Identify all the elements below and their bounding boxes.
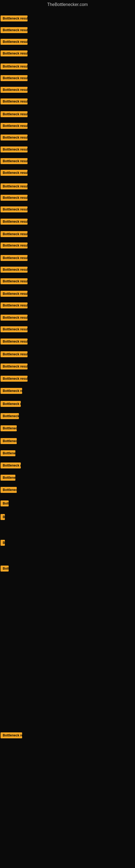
list-item: Bottleneck result xyxy=(1,733,22,739)
bottleneck-result-badge[interactable]: Bottleneck result xyxy=(1,463,21,468)
list-item: Bottleneck result xyxy=(1,195,28,202)
list-item: Bottleneck result xyxy=(1,123,28,130)
bottleneck-result-badge[interactable]: Bottleneck result xyxy=(1,278,28,284)
bottleneck-result-badge[interactable]: Bottleneck result xyxy=(1,565,9,571)
bottleneck-result-badge[interactable]: Bottleneck result xyxy=(1,326,28,332)
bottleneck-result-badge[interactable]: Bottleneck result xyxy=(1,267,28,273)
list-item: Bottleneck result xyxy=(1,75,28,82)
bottleneck-result-badge[interactable]: Bottleneck result xyxy=(1,315,28,321)
list-item: Bottleneck result xyxy=(1,98,28,105)
bottleneck-result-badge[interactable]: Bottleneck result xyxy=(1,733,22,738)
bottleneck-result-badge[interactable]: Bottleneck result xyxy=(1,207,28,212)
list-item: Bottleneck result xyxy=(1,158,28,165)
bottleneck-result-badge[interactable]: Bottleneck result xyxy=(1,147,28,152)
bottleneck-result-badge[interactable]: Bottleneck result xyxy=(1,39,28,45)
list-item: Bottleneck result xyxy=(1,500,9,507)
list-item: Bottleneck result xyxy=(1,413,19,420)
bottleneck-result-badge[interactable]: Bottleneck result xyxy=(1,195,28,201)
bottleneck-result-badge[interactable]: Bottleneck result xyxy=(1,255,28,261)
bottleneck-result-badge[interactable]: Bottleneck result xyxy=(1,339,28,344)
bottleneck-result-badge[interactable]: Bottleneck result xyxy=(1,51,28,56)
bottleneck-result-badge[interactable]: Bottleneck result xyxy=(1,413,19,419)
bottleneck-result-badge[interactable]: Bottleneck result xyxy=(1,111,28,117)
list-item: Bottleneck result xyxy=(1,351,28,358)
list-item: Bottleneck result xyxy=(1,315,28,322)
bottleneck-result-badge[interactable]: Bottleneck result xyxy=(1,87,28,93)
list-item: Bottleneck result xyxy=(1,425,17,432)
bottleneck-result-badge[interactable]: Bottleneck result xyxy=(1,291,28,297)
list-item: Bottleneck result xyxy=(1,134,28,142)
list-item: Bottleneck result xyxy=(1,170,28,177)
list-item: Bottleneck result xyxy=(1,514,5,521)
list-item: Bottleneck result xyxy=(1,147,28,154)
bottleneck-result-badge[interactable]: Bottleneck result xyxy=(1,514,5,520)
bottleneck-result-badge[interactable]: Bottleneck result xyxy=(1,500,9,506)
bottleneck-result-badge[interactable]: Bottleneck result xyxy=(1,123,28,129)
site-title: TheBottlenecker.com xyxy=(0,0,135,9)
list-item: Bottleneck result xyxy=(1,565,9,572)
list-item: Bottleneck result xyxy=(1,278,28,285)
bottleneck-result-badge[interactable]: Bottleneck result xyxy=(1,16,28,22)
bottleneck-result-badge[interactable]: Bottleneck result xyxy=(1,540,5,546)
bottleneck-result-badge[interactable]: Bottleneck result xyxy=(1,388,22,394)
bottleneck-result-badge[interactable]: Bottleneck result xyxy=(1,376,28,382)
list-item: Bottleneck result xyxy=(1,339,28,346)
list-item: Bottleneck result xyxy=(1,540,5,547)
list-item: Bottleneck result xyxy=(1,243,28,250)
bottleneck-result-badge[interactable]: Bottleneck result xyxy=(1,475,15,480)
bottleneck-result-badge[interactable]: Bottleneck result xyxy=(1,487,17,493)
list-item: Bottleneck result xyxy=(1,487,17,494)
bottleneck-result-badge[interactable]: Bottleneck result xyxy=(1,231,28,237)
list-item: Bottleneck result xyxy=(1,401,21,408)
list-item: Bottleneck result xyxy=(1,463,21,469)
bottleneck-result-badge[interactable]: Bottleneck result xyxy=(1,425,17,431)
bottleneck-result-badge[interactable]: Bottleneck result xyxy=(1,27,28,33)
bottleneck-result-badge[interactable]: Bottleneck result xyxy=(1,63,28,69)
list-item: Bottleneck result xyxy=(1,303,28,310)
bottleneck-result-badge[interactable]: Bottleneck result xyxy=(1,450,15,456)
bottleneck-result-badge[interactable]: Bottleneck result xyxy=(1,170,28,176)
bottleneck-result-badge[interactable]: Bottleneck result xyxy=(1,243,28,248)
list-item: Bottleneck result xyxy=(1,63,28,70)
bottleneck-result-badge[interactable]: Bottleneck result xyxy=(1,158,28,164)
list-item: Bottleneck result xyxy=(1,231,28,238)
list-item: Bottleneck result xyxy=(1,87,28,94)
bottleneck-result-badge[interactable]: Bottleneck result xyxy=(1,351,28,357)
bottleneck-result-badge[interactable]: Bottleneck result xyxy=(1,219,28,225)
list-item: Bottleneck result xyxy=(1,51,28,58)
bottleneck-result-badge[interactable]: Bottleneck result xyxy=(1,401,21,407)
list-item: Bottleneck result xyxy=(1,388,22,395)
bottleneck-result-badge[interactable]: Bottleneck result xyxy=(1,183,28,189)
list-item: Bottleneck result xyxy=(1,183,28,190)
list-item: Bottleneck result xyxy=(1,291,28,298)
list-item: Bottleneck result xyxy=(1,255,28,262)
list-item: Bottleneck result xyxy=(1,219,28,226)
list-item: Bottleneck result xyxy=(1,27,28,34)
bottleneck-result-badge[interactable]: Bottleneck result xyxy=(1,134,28,141)
list-item: Bottleneck result xyxy=(1,376,28,383)
list-item: Bottleneck result xyxy=(1,450,15,457)
list-item: Bottleneck result xyxy=(1,326,28,333)
bottleneck-result-badge[interactable]: Bottleneck result xyxy=(1,75,28,81)
list-item: Bottleneck result xyxy=(1,207,28,214)
list-item: Bottleneck result xyxy=(1,39,28,46)
bottleneck-result-badge[interactable]: Bottleneck result xyxy=(1,303,28,308)
list-item: Bottleneck result xyxy=(1,267,28,274)
list-item: Bottleneck result xyxy=(1,364,28,371)
bottleneck-result-badge[interactable]: Bottleneck result xyxy=(1,364,28,369)
list-item: Bottleneck result xyxy=(1,111,28,118)
bottleneck-result-badge[interactable]: Bottleneck result xyxy=(1,98,28,104)
list-item: Bottleneck result xyxy=(1,438,17,445)
list-item: Bottleneck result xyxy=(1,16,28,23)
bottleneck-result-badge[interactable]: Bottleneck result xyxy=(1,438,17,444)
list-item: Bottleneck result xyxy=(1,475,15,482)
